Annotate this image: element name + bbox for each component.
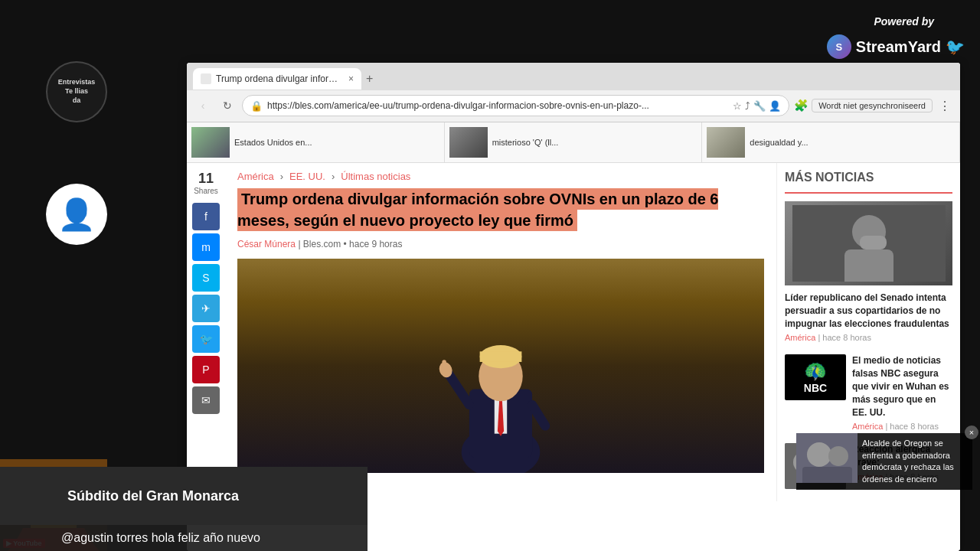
extension-icon[interactable]: 🔧 bbox=[753, 100, 766, 112]
sidebar-headline-1: Líder republicano del Senado intenta per… bbox=[785, 292, 952, 330]
share-label: Shares bbox=[194, 187, 218, 195]
pinterest-share-button[interactable]: P bbox=[192, 356, 220, 383]
sidebar-news-item-1[interactable]: Líder republicano del Senado intenta per… bbox=[785, 201, 952, 342]
sync-button[interactable]: Wordt niet gesynchroniseerd bbox=[812, 99, 933, 112]
lower-third-avatar bbox=[12, 473, 58, 519]
profile-icon[interactable]: 👤 bbox=[769, 100, 781, 112]
thumb-strip: Estados Unidos en... misterioso 'Q' (ll.… bbox=[187, 122, 960, 163]
svg-rect-14 bbox=[860, 236, 887, 249]
sidebar-img-1 bbox=[785, 201, 952, 285]
svg-point-19 bbox=[807, 442, 831, 467]
article-meta: César Múnera | Bles.com • hace 9 horas bbox=[237, 239, 764, 249]
article-author: César Múnera bbox=[237, 239, 296, 249]
streamyard-logo: StreamYard bbox=[856, 38, 941, 56]
entrevistas-line2: Te llias bbox=[58, 87, 96, 96]
share-icon[interactable]: ⤴ bbox=[745, 100, 750, 112]
sidebar-headline-2: El medio de noticias falsas NBC asegura … bbox=[852, 354, 952, 419]
entrevistas-line3: da bbox=[58, 96, 96, 106]
article-main-image bbox=[237, 259, 764, 473]
back-button[interactable]: ‹ bbox=[193, 96, 213, 116]
breadcrumb-ultimas[interactable]: Últimas noticias bbox=[341, 171, 410, 182]
meta-dot: • bbox=[344, 239, 350, 249]
lower-third-top: Súbdito del Gran Monarca bbox=[0, 467, 368, 525]
bookmark-icon[interactable]: ☆ bbox=[733, 100, 742, 112]
new-tab-button[interactable]: + bbox=[361, 72, 377, 86]
popup-svg bbox=[796, 433, 858, 483]
thumb-img-3 bbox=[707, 127, 745, 158]
sidebar-img-2: 🦚 NBC bbox=[785, 354, 846, 400]
svg-rect-13 bbox=[844, 249, 893, 282]
article-title: Trump ordena divulgar información sobre … bbox=[237, 188, 764, 231]
lower-third-bottom: @agustin torres hola feliz año nuevo bbox=[0, 525, 368, 551]
sidebar-time-1: hace 8 horas bbox=[822, 333, 871, 342]
active-tab[interactable]: Trump ordena divulgar informa... × bbox=[193, 68, 361, 90]
sidebar-time-2: hace 8 horas bbox=[890, 422, 939, 431]
share-count: 11 bbox=[198, 171, 214, 187]
mcconnell-svg bbox=[792, 205, 946, 282]
thumb-caption-2: misterioso 'Q' (ll... bbox=[492, 138, 559, 147]
article-title-text: Trump ordena divulgar información sobre … bbox=[237, 188, 718, 231]
thumb-caption-3: desigualdad y... bbox=[750, 138, 808, 147]
address-icons: ☆ ⤴ 🔧 👤 bbox=[733, 100, 781, 112]
thumb-item-3[interactable]: desigualdad y... bbox=[702, 122, 960, 162]
url-text: https://bles.com/america/ee-uu/trump-ord… bbox=[267, 100, 728, 111]
svg-line-7 bbox=[449, 373, 469, 405]
entrevistas-logo: Entrevistas Te llias da bbox=[46, 61, 107, 122]
twitter-share-button[interactable]: 🐦 bbox=[192, 325, 220, 353]
sidebar-text-2: El medio de noticias falsas NBC asegura … bbox=[852, 354, 952, 431]
sidebar-tag-2: América bbox=[852, 422, 883, 431]
sidebar-title: MÁS NOTICIAS bbox=[785, 163, 952, 194]
article-source: Bles.com bbox=[303, 239, 341, 249]
toolbar-right: 🧩 Wordt niet gesynchroniseerd ⋮ bbox=[794, 97, 954, 115]
sidebar-news-item-2[interactable]: 🦚 NBC El medio de noticias falsas NBC as… bbox=[785, 354, 952, 431]
tab-favicon bbox=[201, 73, 211, 84]
sidebar-text-1: Líder republicano del Senado intenta per… bbox=[785, 292, 952, 342]
menu-button[interactable]: ⋮ bbox=[936, 97, 954, 115]
breadcrumb-sep2: › bbox=[332, 171, 335, 182]
popup-body: Alcalde de Oregon se enfrenta a gobernad… bbox=[796, 433, 972, 490]
nbc-label: NBC bbox=[804, 382, 827, 394]
extensions-icon[interactable]: 🧩 bbox=[794, 99, 808, 112]
sidebar-meta-1: América | hace 8 horas bbox=[785, 333, 952, 342]
svg-rect-6 bbox=[480, 351, 522, 362]
browser-chrome: Trump ordena divulgar informa... × + ‹ ↻… bbox=[187, 63, 960, 122]
email-share-button[interactable]: ✉ bbox=[192, 386, 220, 414]
svg-rect-21 bbox=[802, 467, 852, 483]
svg-line-10 bbox=[532, 405, 545, 425]
thumb-img-2 bbox=[449, 127, 488, 158]
tab-title: Trump ordena divulgar informa... bbox=[216, 73, 341, 84]
popup-overlay: × Alcalde de Oregon se enfrenta a gobern… bbox=[796, 433, 972, 490]
lower-third-name: Súbdito del Gran Monarca bbox=[67, 488, 239, 504]
thumb-item-1[interactable]: Estados Unidos en... bbox=[187, 122, 445, 162]
breadcrumb: América › EE. UU. › Últimas noticias bbox=[237, 171, 764, 182]
thumb-caption-1: Estados Unidos en... bbox=[234, 138, 312, 147]
sidebar-meta-2: América | hace 8 horas bbox=[852, 422, 952, 431]
refresh-button[interactable]: ↻ bbox=[217, 96, 237, 116]
svg-rect-9 bbox=[442, 360, 446, 370]
article-main: América › EE. UU. › Últimas noticias Tru… bbox=[225, 163, 776, 501]
telegram-share-button[interactable]: ✈ bbox=[192, 295, 220, 322]
left-overlay: Entrevistas Te llias da 👤 bbox=[46, 61, 107, 245]
trump-svg bbox=[422, 274, 579, 473]
skype-share-button[interactable]: S bbox=[192, 264, 220, 292]
lower-third: Súbdito del Gran Monarca @agustin torres… bbox=[0, 467, 368, 551]
streamyard-bird-icon: 🐦 bbox=[946, 37, 965, 56]
breadcrumb-sep1: › bbox=[280, 171, 283, 182]
breadcrumb-america[interactable]: América bbox=[237, 171, 274, 182]
address-bar[interactable]: 🔒 https://bles.com/america/ee-uu/trump-o… bbox=[242, 95, 789, 116]
popup-text: Alcalde de Oregon se enfrenta a gobernad… bbox=[862, 433, 972, 490]
streamyard-icon: S bbox=[827, 34, 851, 59]
sidebar-tag-1: América bbox=[785, 333, 815, 342]
tab-bar: Trump ordena divulgar informa... × + bbox=[187, 63, 960, 90]
messenger-share-button[interactable]: m bbox=[192, 233, 220, 261]
nbc-peacock-icon: 🦚 bbox=[804, 360, 827, 382]
tab-close-button[interactable]: × bbox=[348, 73, 354, 84]
user-icon: 👤 bbox=[57, 197, 96, 233]
thumb-img-1 bbox=[191, 127, 230, 158]
facebook-share-button[interactable]: f bbox=[192, 203, 220, 230]
svg-point-20 bbox=[828, 446, 848, 466]
address-bar-row: ‹ ↻ 🔒 https://bles.com/america/ee-uu/tru… bbox=[187, 90, 960, 121]
thumb-item-2[interactable]: misterioso 'Q' (ll... bbox=[445, 122, 703, 162]
breadcrumb-eeuu[interactable]: EE. UU. bbox=[289, 171, 325, 182]
lower-third-message: @agustin torres hola feliz año nuevo bbox=[61, 531, 355, 545]
